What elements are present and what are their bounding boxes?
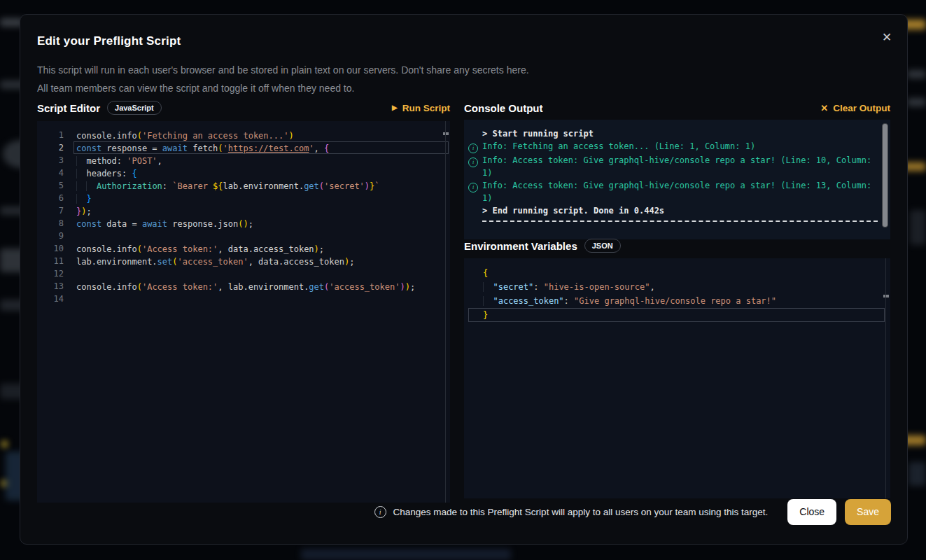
modal-footer: i Changes made to this Preflight Script … [37,498,891,525]
line-number: 9 [37,230,64,242]
javascript-badge: JavaScript [107,101,162,115]
code-line[interactable]: 7}); [37,204,450,217]
code-line[interactable]: 10console.info('Access token:', data.acc… [37,242,450,255]
line-number: 10 [37,242,64,255]
line-number: 13 [37,280,64,293]
environment-variables-header: Environment Variables JSON [464,237,890,255]
code-line[interactable]: 14 [37,293,450,305]
line-number: 12 [37,267,64,280]
modal-title: Edit your Preflight Script [37,34,181,48]
console-output: > Start running scriptiInfo: Fetching an… [464,120,890,239]
script-editor-title: Script Editor [37,102,100,114]
console-line: iInfo: Access token: Give graphql-hive/c… [464,154,890,179]
line-number: 2 [37,141,64,154]
clear-x-icon: ✕ [820,104,828,113]
run-script-button[interactable]: ▶ Run Script [392,103,450,113]
clear-output-label: Clear Output [833,103,890,113]
code-line[interactable]: 4 headers: { [37,167,450,179]
line-number: 1 [37,129,64,141]
info-icon: i [468,158,478,167]
code-line[interactable]: 1console.info('Fetching an access token.… [37,129,450,141]
line-number: 3 [37,154,64,167]
console-line: iInfo: Fetching an access token... (Line… [464,140,890,154]
console-line: > Start running script [464,127,890,140]
line-number: 8 [37,217,64,230]
backdrop-blob [907,70,926,78]
preflight-script-modal: ✕ Edit your Preflight Script This script… [20,14,908,545]
backdrop-blob [907,98,926,106]
overview-ruler-mark [443,132,449,135]
scrollbar-track [885,258,886,498]
page: ✕ Edit your Preflight Script This script… [0,0,926,560]
footer-note: i Changes made to this Preflight Script … [374,506,769,518]
env-code-line[interactable]: "access_token": "Give graphql-hive/conso… [468,294,885,308]
code-line[interactable]: 8const data = await response.json(); [37,217,450,230]
code-line[interactable]: 11lab.environment.set('access_token', da… [37,255,450,267]
info-icon: i [468,144,478,153]
console-separator [482,220,878,222]
line-number: 7 [37,204,64,217]
line-number: 4 [37,167,64,179]
environment-variables-editor[interactable]: { "secret": "hive-is-open-source", "acce… [464,258,890,498]
console-scrollbar[interactable] [882,123,888,227]
close-button[interactable]: Close [787,499,836,525]
play-icon: ▶ [392,104,398,111]
overview-ruler-mark [883,295,889,298]
code-line[interactable]: 5 Authorization: `Bearer ${lab.environme… [37,179,450,192]
modal-description-line2: All team members can view the script and… [37,79,529,97]
info-icon: i [468,183,478,192]
modal-description: This script will run in each user's brow… [37,61,529,97]
backdrop-blob [910,210,926,245]
code-line[interactable]: 6 } [37,192,450,204]
console-output-header: Console Output ✕ Clear Output [464,99,890,117]
backdrop-blob [1,441,8,447]
line-number: 5 [37,179,64,192]
console-line: iInfo: Access token: Give graphql-hive/c… [464,179,890,204]
backdrop-blob [301,549,511,560]
environment-variables-title: Environment Variables [464,240,577,252]
scrollbar-track [445,121,446,503]
console-line: > End running script. Done in 0.442s [464,204,890,217]
line-number: 11 [37,255,64,267]
line-number: 6 [37,192,64,204]
env-code-line[interactable]: { [468,266,885,280]
env-code-line[interactable]: "secret": "hive-is-open-source", [468,280,885,294]
code-line[interactable]: 13console.info('Access token:', lab.envi… [37,280,450,293]
line-number: 14 [37,293,64,305]
backdrop-blob [909,462,926,486]
code-line[interactable]: 9 [37,230,450,242]
script-editor[interactable]: 1console.info('Fetching an access token.… [37,121,450,503]
code-line[interactable]: 12 [37,267,450,280]
env-code-line[interactable]: } [468,308,885,322]
json-badge: JSON [584,239,621,253]
console-output-title: Console Output [464,102,543,114]
code-line[interactable]: 3 method: 'POST', [37,154,450,167]
script-editor-header: Script Editor JavaScript ▶ Run Script [37,99,450,117]
footer-note-text: Changes made to this Preflight Script wi… [393,507,769,517]
modal-description-line1: This script will run in each user's brow… [37,61,529,79]
code-line[interactable]: 2const response = await fetch('https://t… [37,141,450,154]
info-icon: i [374,506,386,518]
save-button[interactable]: Save [845,499,891,525]
clear-output-button[interactable]: ✕ Clear Output [820,103,890,113]
run-script-label: Run Script [402,103,450,113]
close-icon[interactable]: ✕ [879,30,895,46]
